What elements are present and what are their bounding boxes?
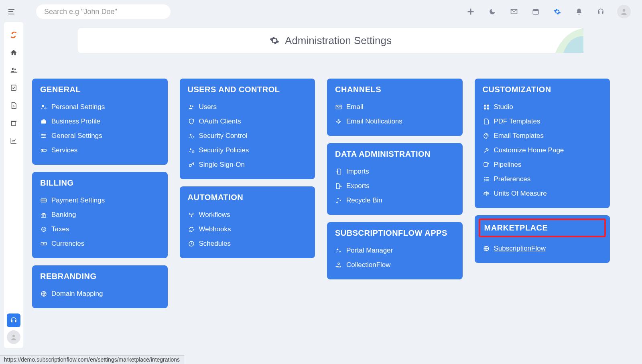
dark-mode-button[interactable] <box>487 6 498 17</box>
clipboard-check-icon <box>10 84 17 91</box>
sidebar-support-button[interactable] <box>7 313 20 327</box>
link-email-templates[interactable]: Email Templates <box>483 129 602 143</box>
link-security-policies[interactable]: Security Policies <box>188 143 307 158</box>
svg-point-7 <box>623 9 626 12</box>
avatar-icon <box>10 334 17 341</box>
link-banking[interactable]: Banking <box>40 208 160 222</box>
link-exports[interactable]: Exports <box>335 179 455 193</box>
link-units-of-measure[interactable]: Units Of Measure <box>483 186 602 201</box>
link-recycle-bin[interactable]: Recycle Bin <box>335 193 455 208</box>
svg-rect-46 <box>487 105 489 107</box>
svg-point-21 <box>43 137 44 138</box>
page-header: Administration Settings <box>78 28 583 53</box>
calendar-button[interactable] <box>530 6 541 17</box>
money-icon <box>40 240 47 247</box>
notifications-button[interactable] <box>574 6 584 17</box>
nav-reports[interactable] <box>7 133 20 149</box>
svg-rect-4 <box>468 11 474 12</box>
card-title: AUTOMATION <box>188 193 307 202</box>
link-sso[interactable]: Single Sign-On <box>188 158 307 172</box>
link-portal-manager[interactable]: Portal Manager <box>335 243 455 258</box>
svg-point-38 <box>192 213 193 214</box>
svg-point-20 <box>44 135 45 137</box>
toggle-icon <box>40 147 47 154</box>
card-title: USERS AND CONTROL <box>188 85 307 94</box>
logo[interactable] <box>7 27 20 43</box>
card-title: SUBSCRIPTIONFLOW APPS <box>335 229 455 238</box>
card-title: CUSTOMIZATION <box>483 85 602 94</box>
link-subscriptionflow-marketplace[interactable]: SubscriptionFlow <box>483 241 602 256</box>
topbar <box>0 0 642 23</box>
briefcase-icon <box>40 118 47 125</box>
bell-icon <box>575 8 583 15</box>
settings-button[interactable] <box>552 6 563 17</box>
link-currencies[interactable]: Currencies <box>40 237 160 251</box>
link-customize-home[interactable]: Customize Home Page <box>483 143 602 158</box>
link-schedules[interactable]: Schedules <box>188 237 307 251</box>
search-box[interactable] <box>36 4 171 19</box>
nav-archive[interactable] <box>7 115 20 131</box>
link-domain-mapping[interactable]: Domain Mapping <box>40 287 160 301</box>
link-personal-settings[interactable]: Personal Settings <box>40 100 160 114</box>
svg-point-19 <box>42 134 43 135</box>
link-payment-settings[interactable]: Payment Settings <box>40 193 160 208</box>
link-users[interactable]: Users <box>188 100 307 114</box>
card-automation: AUTOMATION Workflows Webhooks Schedules <box>180 186 315 258</box>
svg-rect-25 <box>41 200 46 200</box>
link-business-profile[interactable]: Business Profile <box>40 114 160 129</box>
link-imports[interactable]: Imports <box>335 164 455 179</box>
link-webhooks[interactable]: Webhooks <box>188 222 307 237</box>
support-button[interactable] <box>595 6 606 17</box>
link-oauth-clients[interactable]: OAuth Clients <box>188 114 307 129</box>
card-title: CHANNELS <box>335 85 455 94</box>
nav-tasks[interactable] <box>7 80 20 96</box>
link-email-notifications[interactable]: Email Notifications <box>335 114 455 129</box>
svg-rect-1 <box>8 11 13 12</box>
card-data-admin: DATA ADMINISTRATION Imports Exports Recy… <box>327 143 463 215</box>
card-customization: CUSTOMIZATION Studio PDF Templates Email… <box>475 79 610 208</box>
link-collectionflow[interactable]: CollectionFlow <box>335 258 455 272</box>
user-shield-icon <box>188 132 195 140</box>
link-general-settings[interactable]: General Settings <box>40 129 160 143</box>
svg-point-31 <box>190 105 191 107</box>
mail-button[interactable] <box>509 6 519 17</box>
nav-home[interactable] <box>7 44 20 61</box>
card-title: BILLING <box>40 178 160 188</box>
gear-icon <box>554 8 561 15</box>
sidebar-user-avatar[interactable] <box>7 330 20 344</box>
add-button[interactable] <box>465 6 476 17</box>
svg-rect-6 <box>533 10 538 11</box>
svg-rect-18 <box>43 119 45 120</box>
link-pdf-templates[interactable]: PDF Templates <box>483 114 602 129</box>
svg-rect-52 <box>484 163 488 166</box>
link-email[interactable]: Email <box>335 100 455 114</box>
link-services[interactable]: Services <box>40 143 160 158</box>
svg-rect-13 <box>12 122 16 125</box>
svg-point-29 <box>43 243 44 244</box>
svg-point-51 <box>487 135 488 136</box>
menu-toggle-button[interactable] <box>6 6 18 18</box>
user-avatar[interactable] <box>617 5 631 18</box>
gear-icon <box>270 36 279 45</box>
globe-icon <box>483 245 490 252</box>
headset-icon <box>597 8 604 15</box>
link-pipelines[interactable]: Pipelines <box>483 158 602 172</box>
sidebar: $ <box>4 22 23 348</box>
search-input[interactable] <box>44 8 163 16</box>
link-security-control[interactable]: Security Control <box>188 129 307 143</box>
link-studio[interactable]: Studio <box>483 100 602 114</box>
link-preferences[interactable]: Preferences <box>483 172 602 186</box>
svg-point-34 <box>190 148 191 150</box>
plus-icon <box>467 8 474 15</box>
svg-point-9 <box>14 69 16 70</box>
hand-holding-icon <box>335 261 342 269</box>
home-icon <box>10 49 17 56</box>
share-icon <box>483 161 490 168</box>
link-taxes[interactable]: %Taxes <box>40 222 160 237</box>
link-workflows[interactable]: Workflows <box>188 208 307 222</box>
scale-icon <box>483 190 490 197</box>
file-export-icon <box>335 182 342 190</box>
tools-icon <box>483 147 490 154</box>
nav-invoices[interactable]: $ <box>7 97 20 113</box>
nav-users[interactable] <box>7 62 20 78</box>
